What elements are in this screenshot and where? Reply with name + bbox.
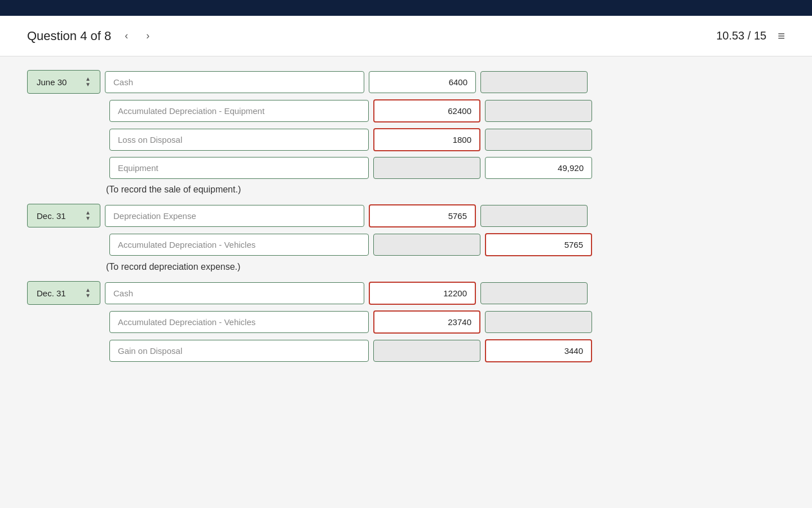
account-acc-dep-vehicles-1[interactable] [109,234,369,256]
credit-acc-dep-vehicles-2 [485,311,592,333]
entry-block-3: Dec. 31 ▲▼ [27,281,785,362]
entry-row-3-3 [105,339,785,362]
entry-row-3-2 [105,310,785,334]
debit-loss-disposal[interactable] [373,128,480,151]
credit-cash-1 [480,71,588,93]
credit-equipment[interactable] [485,157,592,179]
account-dep-expense[interactable] [105,205,364,227]
main-content: June 30 ▲▼ (To record the sale of equipm… [0,56,812,508]
date-select-1[interactable]: June 30 ▲▼ [27,70,100,94]
debit-acc-dep-equip[interactable] [373,99,480,122]
entry-row-3-1: Dec. 31 ▲▼ [27,281,785,305]
entry-row-1-2 [105,99,785,122]
credit-loss-disposal [485,129,592,151]
account-loss-disposal[interactable] [109,129,369,151]
date-label-2: Dec. 31 [37,211,66,221]
score-display: 10.53 / 15 [716,29,766,42]
credit-gain-disposal[interactable] [485,339,592,362]
debit-cash-1[interactable] [369,71,476,93]
entry-block-1: June 30 ▲▼ (To record the sale of equipm… [27,70,785,195]
header: Question 4 of 8 ‹ › 10.53 / 15 ≡ [0,16,812,56]
date-arrows-3: ▲▼ [85,287,91,299]
account-cash-1[interactable] [105,71,364,93]
date-label-3: Dec. 31 [37,288,66,298]
header-right: 10.53 / 15 ≡ [716,29,785,43]
account-gain-disposal[interactable] [109,340,369,362]
prev-button[interactable]: ‹ [120,28,133,44]
credit-cash-3 [480,282,588,304]
top-bar [0,0,812,16]
question-label: Question 4 of 8 [27,29,111,43]
credit-acc-dep-vehicles-1[interactable] [485,233,592,256]
entry-row-2-2 [105,233,785,256]
credit-acc-dep-equip [485,100,592,122]
date-arrows-1: ▲▼ [85,76,91,87]
date-label-1: June 30 [37,77,67,87]
note-2: (To record depreciation expense.) [106,262,785,272]
entry-row-2-1: Dec. 31 ▲▼ [27,204,785,227]
entry-row-1-4 [105,157,785,179]
debit-equipment [373,157,480,179]
date-select-2[interactable]: Dec. 31 ▲▼ [27,204,100,227]
debit-acc-dep-vehicles-1 [373,234,480,256]
account-acc-dep-equip[interactable] [109,100,369,122]
credit-dep-expense [480,205,588,227]
entry-row-1-1: June 30 ▲▼ [27,70,785,94]
account-equipment[interactable] [109,157,369,179]
header-left: Question 4 of 8 ‹ › [27,28,154,44]
debit-acc-dep-vehicles-2[interactable] [373,310,480,334]
next-button[interactable]: › [142,28,154,44]
entry-row-1-3 [105,128,785,151]
debit-dep-expense[interactable] [369,204,476,227]
debit-cash-3[interactable] [369,282,476,305]
list-icon[interactable]: ≡ [778,29,785,43]
account-acc-dep-vehicles-2[interactable] [109,311,369,333]
debit-gain-disposal [373,340,480,362]
account-cash-3[interactable] [105,282,364,304]
date-arrows-2: ▲▼ [85,210,91,221]
entry-block-2: Dec. 31 ▲▼ (To record depreciation expen… [27,204,785,272]
date-select-3[interactable]: Dec. 31 ▲▼ [27,281,100,305]
note-1: (To record the sale of equipment.) [106,185,785,195]
